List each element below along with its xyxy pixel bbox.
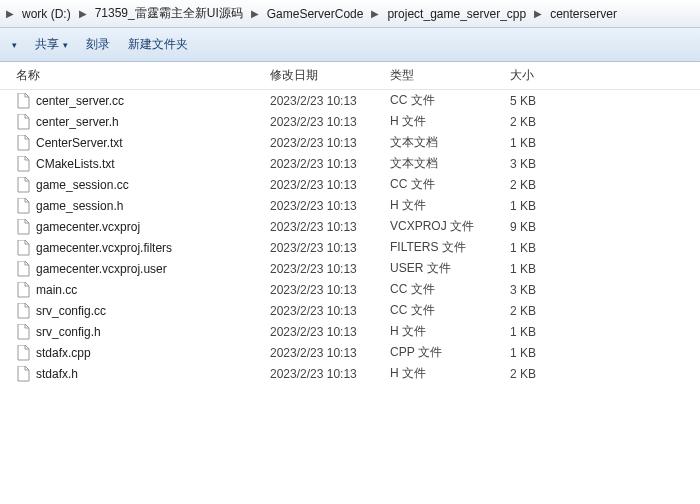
file-size-cell: 3 KB	[510, 283, 600, 297]
breadcrumb-item[interactable]: project_game_server_cpp	[381, 3, 532, 25]
file-icon	[16, 240, 30, 256]
file-row[interactable]: game_session.h2023/2/23 10:13H 文件1 KB	[0, 195, 700, 216]
file-date-cell: 2023/2/23 10:13	[270, 241, 390, 255]
file-type-cell: USER 文件	[390, 260, 510, 277]
file-icon	[16, 345, 30, 361]
file-type-cell: CPP 文件	[390, 344, 510, 361]
file-date-cell: 2023/2/23 10:13	[270, 199, 390, 213]
header-size[interactable]: 大小	[510, 67, 600, 84]
file-row[interactable]: stdafx.cpp2023/2/23 10:13CPP 文件1 KB	[0, 342, 700, 363]
file-type-cell: H 文件	[390, 365, 510, 382]
file-date-cell: 2023/2/23 10:13	[270, 115, 390, 129]
file-date-cell: 2023/2/23 10:13	[270, 157, 390, 171]
file-type-cell: H 文件	[390, 323, 510, 340]
chevron-right-icon[interactable]: ▶	[369, 8, 381, 19]
share-button[interactable]: 共享 ▾	[35, 36, 68, 53]
file-icon	[16, 261, 30, 277]
file-name-cell: stdafx.cpp	[0, 345, 270, 361]
file-size-cell: 5 KB	[510, 94, 600, 108]
file-icon	[16, 198, 30, 214]
breadcrumb-item[interactable]: 71359_雷霆霸主全新UI源码	[89, 3, 249, 25]
file-name-label: gamecenter.vcxproj.filters	[36, 241, 172, 255]
file-type-cell: 文本文档	[390, 155, 510, 172]
file-name-cell: CMakeLists.txt	[0, 156, 270, 172]
burn-button[interactable]: 刻录	[86, 36, 110, 53]
breadcrumb-item[interactable]: centerserver	[544, 3, 623, 25]
file-name-label: CenterServer.txt	[36, 136, 123, 150]
chevron-right-icon[interactable]: ▶	[77, 8, 89, 19]
file-type-cell: CC 文件	[390, 92, 510, 109]
file-name-cell: gamecenter.vcxproj.user	[0, 261, 270, 277]
file-date-cell: 2023/2/23 10:13	[270, 283, 390, 297]
file-type-cell: CC 文件	[390, 176, 510, 193]
file-name-cell: stdafx.h	[0, 366, 270, 382]
breadcrumb-bar: ▶ work (D:) ▶ 71359_雷霆霸主全新UI源码 ▶ GameSer…	[0, 0, 700, 28]
file-type-cell: VCXPROJ 文件	[390, 218, 510, 235]
breadcrumb-item[interactable]: GameServerCode	[261, 3, 370, 25]
file-size-cell: 1 KB	[510, 241, 600, 255]
file-name-label: srv_config.h	[36, 325, 101, 339]
file-name-cell: center_server.h	[0, 114, 270, 130]
file-date-cell: 2023/2/23 10:13	[270, 346, 390, 360]
toolbar: ▾ 共享 ▾ 刻录 新建文件夹	[0, 28, 700, 62]
chevron-right-icon[interactable]: ▶	[249, 8, 261, 19]
header-name[interactable]: 名称	[0, 67, 270, 84]
header-type[interactable]: 类型	[390, 67, 510, 84]
file-type-cell: H 文件	[390, 197, 510, 214]
file-name-label: game_session.h	[36, 199, 123, 213]
file-size-cell: 1 KB	[510, 346, 600, 360]
file-date-cell: 2023/2/23 10:13	[270, 136, 390, 150]
breadcrumb-item[interactable]: work (D:)	[16, 3, 77, 25]
file-name-label: gamecenter.vcxproj	[36, 220, 140, 234]
file-size-cell: 2 KB	[510, 304, 600, 318]
file-size-cell: 2 KB	[510, 367, 600, 381]
file-date-cell: 2023/2/23 10:13	[270, 367, 390, 381]
file-type-cell: CC 文件	[390, 302, 510, 319]
file-row[interactable]: main.cc2023/2/23 10:13CC 文件3 KB	[0, 279, 700, 300]
file-name-label: game_session.cc	[36, 178, 129, 192]
file-type-cell: CC 文件	[390, 281, 510, 298]
file-row[interactable]: gamecenter.vcxproj2023/2/23 10:13VCXPROJ…	[0, 216, 700, 237]
file-name-cell: srv_config.cc	[0, 303, 270, 319]
file-name-cell: gamecenter.vcxproj.filters	[0, 240, 270, 256]
file-date-cell: 2023/2/23 10:13	[270, 94, 390, 108]
file-name-cell: game_session.h	[0, 198, 270, 214]
file-icon	[16, 303, 30, 319]
file-row[interactable]: srv_config.h2023/2/23 10:13H 文件1 KB	[0, 321, 700, 342]
file-list: center_server.cc2023/2/23 10:13CC 文件5 KB…	[0, 90, 700, 384]
file-date-cell: 2023/2/23 10:13	[270, 178, 390, 192]
file-size-cell: 1 KB	[510, 262, 600, 276]
file-row[interactable]: game_session.cc2023/2/23 10:13CC 文件2 KB	[0, 174, 700, 195]
file-date-cell: 2023/2/23 10:13	[270, 262, 390, 276]
file-row[interactable]: srv_config.cc2023/2/23 10:13CC 文件2 KB	[0, 300, 700, 321]
file-row[interactable]: CMakeLists.txt2023/2/23 10:13文本文档3 KB	[0, 153, 700, 174]
file-type-cell: 文本文档	[390, 134, 510, 151]
new-folder-button[interactable]: 新建文件夹	[128, 36, 188, 53]
header-date[interactable]: 修改日期	[270, 67, 390, 84]
chevron-right-icon[interactable]: ▶	[4, 8, 16, 19]
file-icon	[16, 366, 30, 382]
file-name-cell: gamecenter.vcxproj	[0, 219, 270, 235]
file-size-cell: 1 KB	[510, 325, 600, 339]
file-size-cell: 1 KB	[510, 136, 600, 150]
file-name-label: stdafx.h	[36, 367, 78, 381]
dropdown-arrow-icon[interactable]: ▾	[12, 40, 17, 50]
file-row[interactable]: gamecenter.vcxproj.user2023/2/23 10:13US…	[0, 258, 700, 279]
file-row[interactable]: gamecenter.vcxproj.filters2023/2/23 10:1…	[0, 237, 700, 258]
file-icon	[16, 114, 30, 130]
file-name-label: main.cc	[36, 283, 77, 297]
file-date-cell: 2023/2/23 10:13	[270, 304, 390, 318]
file-row[interactable]: stdafx.h2023/2/23 10:13H 文件2 KB	[0, 363, 700, 384]
file-icon	[16, 177, 30, 193]
file-date-cell: 2023/2/23 10:13	[270, 325, 390, 339]
file-icon	[16, 324, 30, 340]
file-name-label: stdafx.cpp	[36, 346, 91, 360]
file-name-cell: game_session.cc	[0, 177, 270, 193]
file-row[interactable]: center_server.cc2023/2/23 10:13CC 文件5 KB	[0, 90, 700, 111]
file-name-label: center_server.h	[36, 115, 119, 129]
chevron-right-icon[interactable]: ▶	[532, 8, 544, 19]
file-name-label: center_server.cc	[36, 94, 124, 108]
file-row[interactable]: center_server.h2023/2/23 10:13H 文件2 KB	[0, 111, 700, 132]
dropdown-arrow-icon: ▾	[63, 40, 68, 50]
file-row[interactable]: CenterServer.txt2023/2/23 10:13文本文档1 KB	[0, 132, 700, 153]
